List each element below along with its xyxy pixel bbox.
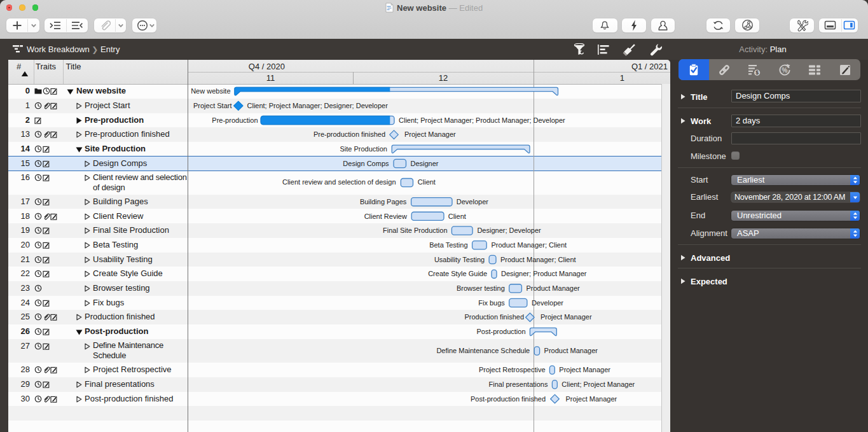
svg-text:%: %: [782, 66, 788, 73]
svg-text:$: $: [755, 69, 759, 76]
